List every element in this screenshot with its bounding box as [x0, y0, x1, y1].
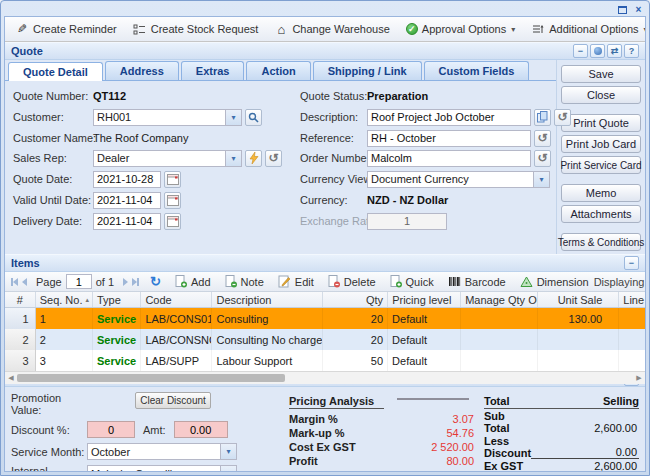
next-page-button[interactable] — [123, 278, 128, 286]
chevron-down-icon[interactable]: ▾ — [533, 171, 550, 188]
description-copy-button[interactable] — [534, 109, 551, 126]
barcode-button[interactable]: Barcode — [443, 275, 511, 289]
maximize-button[interactable] — [616, 4, 629, 16]
window-frame: ✎ Create Reminder Create Stock Request ⌂… — [4, 16, 646, 472]
discount-percent-input[interactable] — [87, 421, 135, 438]
customer-combo[interactable]: RH001 ▾ — [93, 109, 242, 126]
close-quote-button[interactable]: Close — [561, 86, 641, 104]
tab-action[interactable]: Action — [246, 61, 310, 80]
page-label: Page — [36, 276, 62, 288]
quote-date-input[interactable]: 2021-10-28 — [93, 171, 161, 188]
close-button[interactable]: × — [632, 4, 645, 16]
col-header-manage-qty[interactable]: Manage Qty On Job — [461, 292, 538, 307]
prev-page-button[interactable] — [22, 278, 27, 286]
reference-reset-button[interactable]: ↺ — [534, 130, 551, 147]
table-row[interactable]: 1 1 Service LAB/CONS01 Consulting 20 Def… — [5, 308, 645, 329]
description-input[interactable] — [367, 109, 531, 126]
cost-ex-gst-value: 2 520.00 — [410, 441, 474, 453]
tab-extras[interactable]: Extras — [181, 61, 245, 80]
add-item-button[interactable]: Add — [170, 274, 216, 289]
dimension-button[interactable]: Dimension — [515, 275, 594, 289]
col-header-seq[interactable]: Seq. No.▴ — [36, 292, 93, 307]
valid-until-calendar-button[interactable] — [164, 192, 181, 209]
cell-seq: 2 — [36, 329, 93, 350]
chevron-down-icon[interactable]: ▾ — [225, 150, 242, 167]
col-header-num[interactable]: # — [5, 292, 36, 307]
col-header-description[interactable]: Description — [212, 292, 323, 307]
totals-header-right: Selling — [603, 395, 639, 407]
refresh-icon: ↻ — [150, 274, 161, 289]
print-job-card-button[interactable]: Print Job Card — [561, 135, 641, 153]
add-note-button[interactable]: Note — [220, 274, 269, 289]
tab-quote-detail[interactable]: Quote Detail — [8, 62, 103, 81]
delivery-date-calendar-button[interactable] — [164, 213, 181, 230]
sync-button[interactable]: ⇄ — [607, 44, 622, 58]
customer-search-button[interactable] — [245, 109, 262, 126]
page-number-input[interactable] — [66, 274, 92, 289]
table-row[interactable]: 3 3 Service LAB/SUPP Labour Support 50 D… — [5, 350, 645, 371]
chevron-down-icon[interactable]: ▾ — [220, 443, 237, 460]
cell-type: Service — [93, 329, 141, 350]
table-row[interactable]: 2 2 Service LAB/CONSNC Consulting No cha… — [5, 329, 645, 350]
description-reset-button[interactable]: ↺ — [554, 109, 571, 126]
items-collapse-button[interactable]: − — [624, 256, 639, 270]
change-warehouse-button[interactable]: ⌂ Change Warehouse — [268, 20, 395, 38]
collapse-button[interactable]: − — [573, 44, 588, 58]
service-month-combo[interactable]: October ▾ — [87, 443, 237, 460]
col-header-qty[interactable]: Qty — [323, 292, 388, 307]
quote-status-value: Preparation — [367, 87, 428, 105]
cell-pricing-level: Default — [388, 308, 461, 329]
memo-button[interactable]: Memo — [561, 184, 641, 202]
quick-add-button[interactable]: Quick — [385, 274, 439, 289]
chevron-down-icon[interactable]: ▾ — [225, 109, 242, 126]
valid-until-input[interactable]: 2021-11-04 — [93, 192, 161, 209]
create-reminder-button[interactable]: ✎ Create Reminder — [9, 20, 123, 38]
discount-amount-input[interactable] — [174, 421, 228, 438]
print-service-card-button[interactable]: Print Service Card — [561, 156, 641, 174]
scrollbar-thumb[interactable] — [17, 374, 285, 382]
tab-custom-fields[interactable]: Custom Fields — [424, 61, 530, 80]
quote-date-calendar-button[interactable] — [164, 171, 181, 188]
reference-input[interactable] — [367, 130, 531, 147]
first-page-button[interactable] — [11, 278, 18, 286]
horizontal-scrollbar[interactable]: ◀ ▶ — [5, 371, 645, 384]
save-button[interactable]: Save — [561, 65, 641, 83]
tab-shipping-link[interactable]: Shipping / Link — [313, 61, 422, 80]
approval-options-button[interactable]: ✓ Approval Options ▾ — [400, 21, 521, 37]
edit-item-button[interactable]: Edit — [273, 274, 319, 289]
cell-unit-sale — [538, 350, 619, 371]
col-header-code[interactable]: Code — [141, 292, 212, 307]
col-header-line[interactable]: Line — [619, 292, 645, 307]
delete-item-button[interactable]: Delete — [323, 274, 381, 289]
sales-rep-reset-button[interactable]: ↺ — [265, 150, 282, 167]
col-header-unit-sale[interactable]: Unit Sale — [538, 292, 619, 307]
print-quote-button[interactable]: Print Quote — [561, 114, 641, 132]
sales-rep-quick-button[interactable] — [245, 150, 262, 167]
amt-label: Amt: — [143, 424, 166, 436]
settings-button[interactable] — [590, 44, 605, 58]
scroll-left-icon[interactable]: ◀ — [5, 374, 17, 382]
create-stock-request-button[interactable]: Create Stock Request — [127, 20, 265, 38]
attachments-button[interactable]: Attachments — [561, 205, 641, 223]
refresh-button[interactable]: ↻ — [145, 273, 166, 290]
currency-view-combo[interactable]: Document Currency ▾ — [367, 171, 550, 188]
less-discount-value: 0.00 — [531, 446, 639, 459]
chevron-down-icon[interactable]: ▾ — [220, 465, 237, 472]
internal-contact-combo[interactable]: Malcolm Granville ▾ — [87, 465, 237, 472]
delivery-date-input[interactable]: 2021-11-04 — [93, 213, 161, 230]
sort-asc-icon: ▴ — [85, 296, 89, 304]
col-header-pricing-level[interactable]: Pricing level — [388, 292, 461, 307]
sales-rep-combo[interactable]: Dealer ▾ — [93, 150, 242, 167]
help-button[interactable]: ? — [624, 44, 639, 58]
cell-qty: 20 — [323, 329, 388, 350]
last-page-button[interactable] — [132, 278, 139, 286]
order-number-input[interactable] — [367, 150, 531, 167]
scroll-right-icon[interactable]: ▶ — [633, 374, 645, 382]
col-header-type[interactable]: Type — [93, 292, 141, 307]
clear-discount-button[interactable]: Clear Discount — [135, 392, 211, 409]
order-number-reset-button[interactable]: ↺ — [534, 150, 551, 167]
tab-address[interactable]: Address — [105, 61, 179, 80]
cell-qty: 50 — [323, 350, 388, 371]
terms-conditions-button[interactable]: Terms & Conditions — [561, 233, 641, 251]
additional-options-button[interactable]: Additional Options ▾ — [525, 20, 646, 38]
